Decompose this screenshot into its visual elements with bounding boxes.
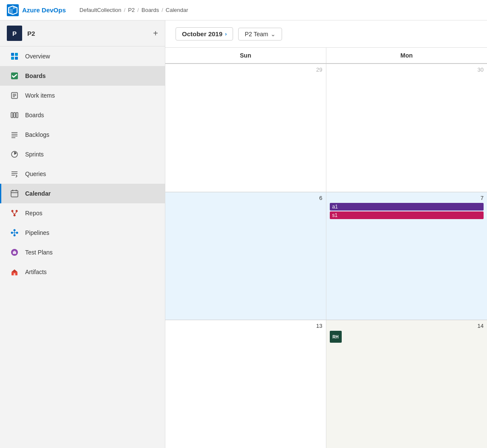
calendar-icon <box>10 189 19 198</box>
day-number-7: 7 <box>330 195 484 201</box>
svg-rect-5 <box>15 53 18 56</box>
project-name: P2 <box>27 30 148 37</box>
sidebar-work-items-label: Work items <box>25 92 55 99</box>
calendar-week-3: 13 14 RH <box>165 320 487 448</box>
sidebar-item-queries[interactable]: Queries <box>0 164 165 184</box>
sidebar-item-boards[interactable]: Boards <box>0 105 165 125</box>
add-project-button[interactable]: + <box>153 29 158 38</box>
cal-cell-14[interactable]: 14 RH <box>326 320 487 448</box>
day-number-13: 13 <box>169 323 323 329</box>
sidebar-sprints-label: Sprints <box>25 151 44 158</box>
calendar-body: 29 30 6 7 a1 s1 <box>165 64 487 448</box>
event-s1[interactable]: s1 <box>330 211 484 219</box>
calendar-grid: Sun Mon 29 30 <box>165 48 487 448</box>
sidebar-item-sprints[interactable]: Sprints <box>0 145 165 164</box>
sidebar-nav: Overview Boards Work items <box>0 46 165 282</box>
cal-cell-7[interactable]: 7 a1 s1 <box>326 192 487 320</box>
artifacts-icon <box>10 267 19 277</box>
month-chevron-icon: › <box>225 31 227 37</box>
day-number-30: 30 <box>330 66 484 73</box>
current-month-label: October 2019 <box>182 30 222 38</box>
sidebar-item-artifacts[interactable]: Artifacts <box>0 262 165 282</box>
azure-devops-logo-icon <box>7 4 19 16</box>
team-selector-button[interactable]: P2 Team ⌄ <box>238 28 282 40</box>
svg-point-30 <box>14 214 16 217</box>
test-plans-icon <box>10 248 19 257</box>
svg-rect-14 <box>14 113 15 118</box>
sidebar-repos-label: Repos <box>25 210 42 217</box>
sidebar-test-plans-label: Test Plans <box>25 249 53 256</box>
header-mon: Mon <box>326 48 487 63</box>
svg-point-29 <box>16 210 18 212</box>
sidebar-item-overview[interactable]: Overview <box>0 46 165 66</box>
sidebar-queries-label: Queries <box>25 171 46 177</box>
svg-marker-43 <box>12 269 17 272</box>
cal-cell-13[interactable]: 13 <box>165 320 326 448</box>
breadcrumb-project[interactable]: P2 <box>128 7 135 13</box>
event-a1[interactable]: a1 <box>330 203 484 211</box>
queries-icon <box>10 169 19 179</box>
breadcrumb: DefaultCollection / P2 / Boards / Calend… <box>80 7 188 13</box>
sidebar: P P2 + Overview Boards <box>0 20 165 448</box>
sidebar-boards-label: Boards <box>25 112 44 119</box>
month-navigation-button[interactable]: October 2019 › <box>176 27 233 40</box>
work-items-icon <box>10 91 19 100</box>
calendar-header-row: Sun Mon <box>165 48 487 64</box>
sidebar-calendar-label: Calendar <box>25 190 51 197</box>
project-header: P P2 + <box>0 20 165 46</box>
sidebar-section-boards[interactable]: Boards <box>0 66 165 86</box>
boards-section-icon <box>10 71 19 81</box>
sidebar-item-pipelines[interactable]: Pipelines <box>0 223 165 243</box>
breadcrumb-boards[interactable]: Boards <box>141 7 159 13</box>
sidebar-item-work-items[interactable]: Work items <box>0 86 165 105</box>
project-avatar: P <box>7 26 22 41</box>
sidebar-artifacts-label: Artifacts <box>25 269 47 275</box>
app-title: Azure DevOps <box>22 6 66 14</box>
repos-icon <box>10 208 19 218</box>
calendar-toolbar: October 2019 › P2 Team ⌄ <box>165 20 487 48</box>
sidebar-item-backlogs[interactable]: Backlogs <box>0 125 165 145</box>
overview-icon <box>10 52 19 61</box>
sidebar-overview-label: Overview <box>25 53 50 60</box>
svg-point-35 <box>16 232 18 234</box>
calendar-week-1: 29 30 <box>165 64 487 192</box>
day-number-29: 29 <box>169 66 323 73</box>
sidebar-item-calendar[interactable]: Calendar <box>0 184 165 203</box>
svg-rect-24 <box>11 191 18 197</box>
breadcrumb-sep1: / <box>124 7 126 13</box>
svg-point-33 <box>11 232 13 234</box>
svg-rect-15 <box>16 113 18 118</box>
svg-point-28 <box>12 210 14 212</box>
day-number-6: 6 <box>169 195 323 201</box>
team-dropdown-icon: ⌄ <box>271 31 276 38</box>
sprints-icon <box>10 150 19 159</box>
svg-point-36 <box>14 234 16 237</box>
breadcrumb-collection[interactable]: DefaultCollection <box>80 7 121 13</box>
sidebar-item-test-plans[interactable]: Test Plans <box>0 243 165 262</box>
sidebar-item-repos[interactable]: Repos <box>0 203 165 223</box>
day-number-14: 14 <box>330 323 484 329</box>
team-label: P2 Team <box>245 31 268 38</box>
sidebar-backlogs-label: Backlogs <box>25 131 49 138</box>
svg-rect-44 <box>14 273 15 275</box>
sidebar-pipelines-label: Pipelines <box>25 229 49 236</box>
sidebar-boards-section-label: Boards <box>25 72 46 79</box>
cal-cell-6[interactable]: 6 <box>165 192 326 320</box>
svg-rect-4 <box>11 53 14 56</box>
cal-cell-30[interactable]: 30 <box>326 64 487 192</box>
calendar-week-2: 6 7 a1 s1 <box>165 192 487 321</box>
breadcrumb-sep2: / <box>137 7 139 13</box>
svg-rect-6 <box>11 57 14 60</box>
svg-point-34 <box>14 229 16 231</box>
breadcrumb-sep3: / <box>161 7 163 13</box>
svg-rect-7 <box>15 57 18 60</box>
boards-icon <box>10 110 19 120</box>
svg-line-32 <box>14 212 17 214</box>
breadcrumb-calendar[interactable]: Calendar <box>166 7 188 13</box>
avatar-rh[interactable]: RH <box>330 331 342 343</box>
main-content: October 2019 › P2 Team ⌄ Sun Mon <box>165 20 487 448</box>
logo[interactable]: Azure DevOps <box>7 4 66 16</box>
cal-cell-29[interactable]: 29 <box>165 64 326 192</box>
header-sun: Sun <box>165 48 326 63</box>
svg-rect-41 <box>14 251 15 252</box>
